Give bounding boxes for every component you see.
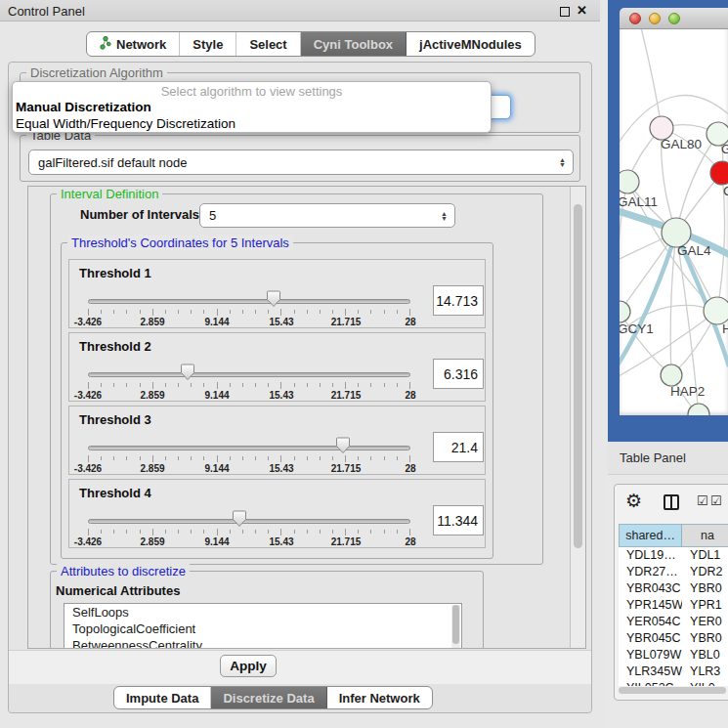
- table-row[interactable]: YPR145WYPR1: [619, 597, 728, 614]
- table-row[interactable]: YLR345WYLR3: [619, 664, 728, 680]
- network-node-label: G: [721, 142, 728, 156]
- threshold-value-field[interactable]: 11.344: [433, 505, 484, 535]
- threshold-panel: Threshold 4-3.4262.8599.14415.4321.71528…: [68, 479, 486, 548]
- cell-shared-name: YDL19…: [619, 547, 682, 564]
- table-data-group: Table Data galFiltered.sif default node …: [20, 135, 580, 182]
- numerical-attributes-list[interactable]: SelfLoopsTopologicalCoefficientBetweenne…: [64, 603, 462, 649]
- tab-label: jActiveMNodules: [419, 37, 522, 52]
- network-node[interactable]: [661, 364, 682, 386]
- number-of-intervals-combobox[interactable]: 5 ▲▼: [199, 203, 455, 228]
- tab-jactivemnodules[interactable]: jActiveMNodules: [407, 32, 535, 56]
- column-header-shared-name[interactable]: shared…: [620, 525, 682, 546]
- close-icon[interactable]: ✕: [577, 3, 587, 18]
- tab-impute-data[interactable]: Impute Data: [114, 687, 211, 708]
- number-of-intervals-value: 5: [209, 208, 216, 223]
- table-row[interactable]: YDR27…YDR2: [619, 564, 728, 580]
- network-icon: [100, 36, 111, 53]
- tab-select[interactable]: Select: [236, 32, 300, 56]
- slider-thumb[interactable]: [232, 510, 247, 528]
- threshold-value-field[interactable]: 14.713: [433, 285, 484, 316]
- slider-ticks: [88, 382, 410, 389]
- algorithm-option[interactable]: Equal Width/Frequency Discretization: [13, 115, 491, 132]
- table-rows: YDL19…YDL1YDR27…YDR2YBR043CYBR0YPR145WYP…: [619, 547, 728, 686]
- cell-shared-name: YDR27…: [619, 564, 682, 580]
- algorithm-option[interactable]: Manual Discretization: [13, 99, 491, 115]
- table-header-row: shared… na: [619, 524, 728, 547]
- attribute-list-item[interactable]: SelfLoops: [64, 604, 461, 621]
- close-traffic-light-icon[interactable]: [629, 13, 641, 24]
- table-data-combobox[interactable]: galFiltered.sif default node ▲▼: [28, 150, 574, 175]
- table-row[interactable]: YER054CYER0: [619, 614, 728, 630]
- control-panel-titlebar: [0, 0, 600, 21]
- slider-thumb[interactable]: [266, 290, 281, 308]
- tab-network[interactable]: Network: [87, 32, 180, 56]
- cell-shared-name: YBR043C: [619, 580, 682, 597]
- gear-icon[interactable]: ⚙: [625, 490, 642, 512]
- threshold-value-field[interactable]: 21.4: [433, 432, 484, 462]
- tab-style[interactable]: Style: [180, 32, 236, 56]
- checkbox-icon[interactable]: ☑: [710, 493, 722, 508]
- minimize-traffic-light-icon[interactable]: [649, 13, 661, 24]
- column-layout-icon[interactable]: [664, 494, 679, 510]
- slider-thumb[interactable]: [335, 437, 351, 454]
- threshold-panel: Threshold 3-3.4262.8599.14415.4321.71528…: [68, 406, 486, 475]
- cell-name: YER0: [682, 614, 728, 630]
- network-node[interactable]: [704, 297, 728, 324]
- attributes-legend: Attributes to discretize: [57, 564, 190, 578]
- cell-name: YBR0: [682, 580, 728, 597]
- network-node-label: GAL80: [661, 137, 702, 151]
- cell-name: YIL0: [682, 680, 728, 686]
- panel-scrollbar[interactable]: [570, 187, 585, 648]
- slider-tick-labels: -3.4262.8599.14415.4321.71528: [88, 536, 410, 546]
- network-node[interactable]: [620, 170, 639, 193]
- threshold-value-field[interactable]: 6.316: [433, 359, 484, 389]
- slider-track[interactable]: [88, 519, 410, 524]
- threshold-label: Threshold 2: [79, 339, 151, 354]
- table-row[interactable]: YBR043CYBR0: [619, 580, 728, 597]
- slider-track[interactable]: [88, 446, 410, 450]
- threshold-label: Threshold 1: [79, 266, 151, 280]
- slider-track[interactable]: [88, 299, 410, 304]
- network-view[interactable]: GAL80GCGAL11GAL4GCY1HHAP2: [620, 29, 728, 415]
- table-horizontal-scrollbar[interactable]: [619, 687, 728, 695]
- interval-definition-group: Interval Definition Number of Intervals …: [50, 193, 543, 565]
- tab-label: Discretize Data: [223, 691, 314, 706]
- tab-cyni-toolbox[interactable]: Cyni Toolbox: [301, 32, 407, 56]
- apply-bar: [9, 650, 591, 684]
- tab-discretize-data[interactable]: Discretize Data: [211, 687, 326, 708]
- column-header-name[interactable]: na: [682, 525, 728, 546]
- slider-tick-labels: -3.4262.8599.14415.4321.71528: [88, 390, 410, 400]
- network-node[interactable]: [710, 161, 728, 185]
- tab-infer-network[interactable]: Infer Network: [327, 687, 432, 708]
- network-node[interactable]: [620, 301, 630, 322]
- apply-button[interactable]: Apply: [220, 655, 277, 677]
- slider-thumb[interactable]: [180, 364, 195, 381]
- stepper-arrows-icon: ▲▼: [559, 157, 566, 167]
- table-panel-title: Table Panel: [620, 450, 686, 465]
- attribute-list-item[interactable]: TopologicalCoefficient: [64, 621, 461, 637]
- network-node-label: H: [722, 321, 728, 336]
- zoom-traffic-light-icon[interactable]: [668, 13, 680, 24]
- slider-track[interactable]: [88, 372, 410, 377]
- control-panel-tab-bar: NetworkStyleSelectCyni ToolboxjActiveMNo…: [86, 31, 535, 57]
- attributes-scrollbar[interactable]: [451, 605, 460, 649]
- attribute-list-item[interactable]: BetweennessCentrality: [64, 637, 461, 649]
- number-of-intervals-label: Number of Intervals: [80, 207, 199, 222]
- cell-name: YPR1: [682, 597, 728, 614]
- tab-label: Impute Data: [126, 691, 198, 706]
- table-row[interactable]: YBR045CYBR0: [619, 630, 728, 647]
- discretization-algorithm-legend: Discretization Algorithm: [26, 65, 167, 80]
- cell-shared-name: YBL079W: [619, 647, 682, 664]
- table-row[interactable]: YDL19…YDL1: [619, 547, 728, 564]
- cell-shared-name: YBR045C: [619, 630, 682, 647]
- slider-ticks: [88, 529, 410, 535]
- threshold-label: Threshold 4: [79, 486, 151, 500]
- settings-scroll-panel: Interval Definition Number of Intervals …: [27, 186, 586, 649]
- network-window-titlebar: [620, 8, 728, 29]
- table-row[interactable]: YBL079WYBL0: [619, 647, 728, 664]
- slider-ticks: [88, 309, 410, 316]
- table-row[interactable]: YIL052CYIL0: [619, 680, 728, 686]
- numerical-attributes-heading: Numerical Attributes: [56, 583, 180, 598]
- float-window-icon[interactable]: [560, 7, 570, 17]
- checkbox-icon[interactable]: ☑: [697, 493, 708, 508]
